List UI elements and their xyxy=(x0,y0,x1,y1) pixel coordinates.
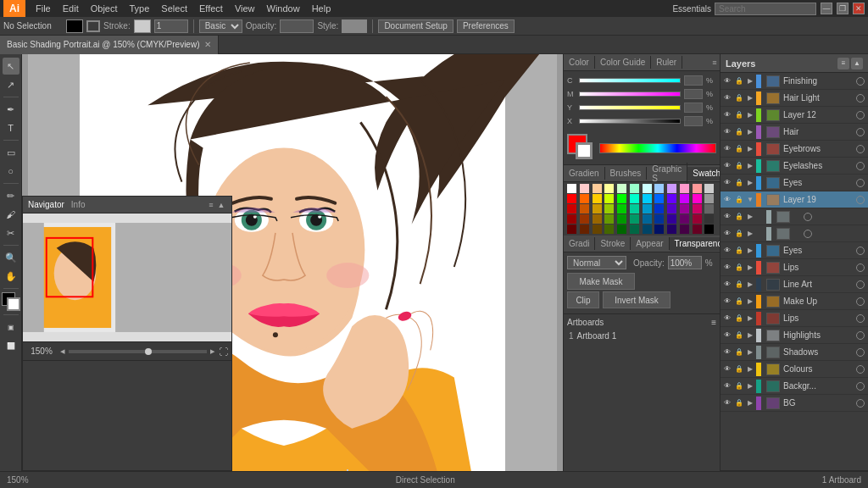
swatch-cell[interactable] xyxy=(617,194,626,203)
swatch-cell[interactable] xyxy=(667,214,676,224)
layer-lock-icon[interactable]: 🔒 xyxy=(734,330,744,341)
layer-visibility-icon[interactable]: 👁 xyxy=(722,212,732,222)
navigator-close[interactable]: ▲ xyxy=(216,200,226,210)
layer-item[interactable]: 👁 🔒 ▶ Finishing xyxy=(721,73,868,90)
layer-expand-icon[interactable]: ▶ xyxy=(746,179,754,187)
layer-target-icon[interactable] xyxy=(856,128,865,136)
swatch-cell[interactable] xyxy=(567,184,576,193)
tab-gradient[interactable]: Gradien xyxy=(564,167,605,180)
channel-m-input[interactable] xyxy=(684,89,703,99)
layer-visibility-icon[interactable]: 👁 xyxy=(722,76,732,86)
swatch-cell[interactable] xyxy=(680,184,689,193)
pencil-tool[interactable]: ✏ xyxy=(3,187,19,204)
layer-item[interactable]: 👁 🔒 ▶ Eyes xyxy=(721,242,868,259)
layer-visibility-icon[interactable]: 👁 xyxy=(722,93,732,103)
layers-panel-menu-icon[interactable]: ≡ xyxy=(837,58,849,69)
zoom-tool[interactable]: 🔍 xyxy=(3,249,19,266)
stroke-color-box[interactable] xyxy=(7,297,20,311)
layer-lock-icon[interactable]: 🔒 xyxy=(734,313,744,324)
layer-item[interactable]: 👁 🔒 ▶ Hair xyxy=(721,124,868,141)
style-swatch[interactable] xyxy=(342,19,367,33)
swatch-cell[interactable] xyxy=(630,225,639,234)
layer-item[interactable]: 👁 🔒 ▶ Lips xyxy=(721,310,868,327)
layer-visibility-icon[interactable]: 👁 xyxy=(722,229,732,239)
swatch-cell[interactable] xyxy=(630,214,639,224)
swatch-cell[interactable] xyxy=(680,194,689,203)
layer-visibility-icon[interactable]: 👁 xyxy=(722,127,732,137)
search-input[interactable] xyxy=(715,3,816,15)
swatch-cell[interactable] xyxy=(654,204,664,214)
layer-item[interactable]: 👁 🔒 ▶ Line Art xyxy=(721,276,868,293)
type-tool[interactable]: T xyxy=(3,119,19,136)
tab-close-icon[interactable]: ✕ xyxy=(204,40,211,49)
layer-visibility-icon[interactable]: 👁 xyxy=(722,381,732,391)
swatch-cell[interactable] xyxy=(604,184,614,193)
swatch-cell[interactable] xyxy=(567,225,576,234)
maximize-button[interactable]: ❐ xyxy=(837,3,849,14)
swatch-cell[interactable] xyxy=(604,225,614,234)
swatch-cell[interactable] xyxy=(580,194,589,203)
layer-target-icon[interactable] xyxy=(856,263,865,272)
layer-target-icon[interactable] xyxy=(856,280,865,289)
layer-item[interactable]: 👁 🔒 ▶ BG xyxy=(721,395,868,412)
layer-lock-icon[interactable]: 🔒 xyxy=(734,178,744,188)
layer-expand-icon[interactable]: ▶ xyxy=(746,230,754,238)
paintbrush-tool[interactable]: 🖌 xyxy=(3,206,19,223)
layer-visibility-icon[interactable]: 👁 xyxy=(722,195,732,205)
tab-stroke[interactable]: Stroke xyxy=(595,237,631,250)
layer-visibility-icon[interactable]: 👁 xyxy=(722,313,732,324)
draw-mode-btn[interactable]: ▣ xyxy=(3,319,19,336)
stroke-width[interactable] xyxy=(154,19,188,33)
layer-item[interactable]: 👁 🔒 ▶ Backgr... xyxy=(721,378,868,395)
color-panel-menu[interactable]: ≡ xyxy=(709,58,720,68)
layer-target-icon[interactable] xyxy=(856,331,865,340)
color-spectrum-bar[interactable] xyxy=(599,143,716,153)
layer-visibility-icon[interactable]: 👁 xyxy=(722,280,732,290)
swatch-cell[interactable] xyxy=(593,194,602,203)
swatch-cell[interactable] xyxy=(643,214,652,224)
swatch-cell[interactable] xyxy=(680,225,689,234)
swatch-cell[interactable] xyxy=(604,204,614,214)
layer-target-icon[interactable] xyxy=(856,111,865,119)
swatch-cell[interactable] xyxy=(630,194,639,203)
swatch-cell[interactable] xyxy=(654,194,664,203)
swatch-cell[interactable] xyxy=(667,204,676,214)
menu-file[interactable]: File xyxy=(31,2,56,15)
layer-expand-icon[interactable]: ▶ xyxy=(746,331,754,340)
layer-lock-icon[interactable]: 🔒 xyxy=(734,263,744,273)
layer-item[interactable]: 👁 🔒 ▶ xyxy=(721,208,868,225)
tab-graphic-styles[interactable]: Graphic S xyxy=(647,163,687,185)
channel-y-input[interactable] xyxy=(684,103,703,113)
swatch-cell[interactable] xyxy=(693,184,702,193)
channel-y-bar[interactable] xyxy=(579,105,681,110)
zoom-expand-icon[interactable]: ⛶ xyxy=(219,347,228,357)
swatch-cell[interactable] xyxy=(593,184,602,193)
layer-visibility-icon[interactable]: 👁 xyxy=(722,263,732,273)
layer-lock-icon[interactable]: 🔒 xyxy=(734,297,744,307)
swatch-cell[interactable] xyxy=(704,214,714,224)
layer-lock-icon[interactable]: 🔒 xyxy=(734,161,744,171)
navigator-menu[interactable]: ≡ xyxy=(206,200,216,210)
menu-view[interactable]: View xyxy=(230,2,260,15)
layer-item[interactable]: 👁 🔒 ▶ Layer 12 xyxy=(721,107,868,124)
swatch-cell[interactable] xyxy=(654,214,664,224)
layer-lock-icon[interactable]: 🔒 xyxy=(734,246,744,256)
layer-expand-icon[interactable]: ▶ xyxy=(746,348,754,357)
layer-expand-icon[interactable]: ▶ xyxy=(746,145,754,153)
screen-mode-btn[interactable]: ⬜ xyxy=(3,337,19,354)
layers-panel-expand-icon[interactable]: ▲ xyxy=(851,58,863,69)
tab-appearance[interactable]: Appear xyxy=(631,237,669,250)
layer-expand-icon[interactable]: ▶ xyxy=(746,297,754,306)
layer-lock-icon[interactable]: 🔒 xyxy=(734,398,744,408)
layer-lock-icon[interactable]: 🔒 xyxy=(734,364,744,374)
layer-target-icon[interactable] xyxy=(856,399,865,408)
layer-target-icon[interactable] xyxy=(856,94,865,103)
layer-item[interactable]: 👁 🔒 ▶ Eyes xyxy=(721,175,868,191)
minimize-button[interactable]: — xyxy=(821,3,832,14)
invert-mask-button[interactable]: Invert Mask xyxy=(603,291,670,308)
channel-x-input[interactable] xyxy=(684,116,703,126)
zoom-increase-icon[interactable]: ▸ xyxy=(210,346,215,357)
menu-effect[interactable]: Effect xyxy=(194,2,228,15)
layer-lock-icon[interactable]: 🔒 xyxy=(734,381,744,391)
layer-expand-icon[interactable]: ▶ xyxy=(746,382,754,391)
